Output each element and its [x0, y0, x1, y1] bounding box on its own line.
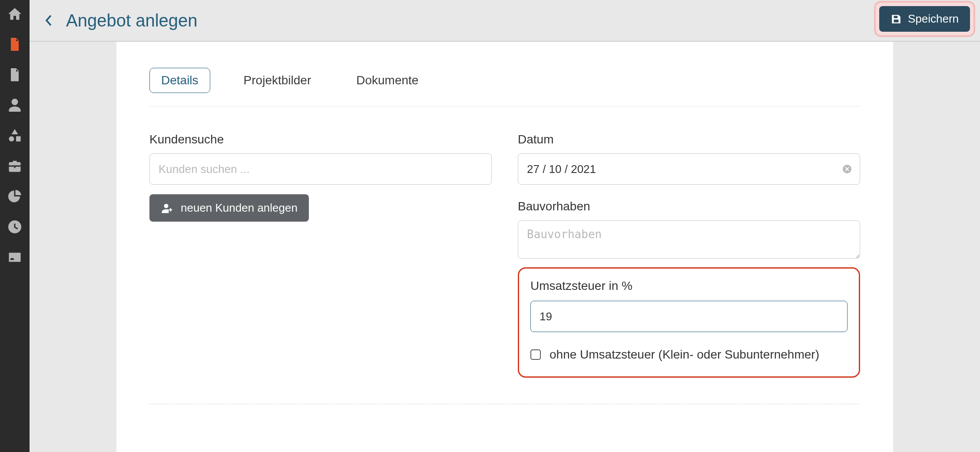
- nav-invoices[interactable]: [6, 66, 23, 83]
- document-icon: [7, 37, 23, 52]
- nav-offers[interactable]: [6, 36, 23, 53]
- toolbox-icon: [7, 158, 23, 174]
- tabs: Details Projektbilder Dokumente: [149, 68, 860, 106]
- page-title: Angebot anlegen: [66, 11, 198, 30]
- date-input[interactable]: [518, 153, 860, 185]
- nav-home[interactable]: [6, 5, 23, 23]
- form-card: Details Projektbilder Dokumente Kundensu…: [116, 42, 893, 452]
- date-label: Datum: [518, 133, 860, 146]
- nav-contacts[interactable]: [6, 249, 23, 266]
- tax-exempt-checkbox[interactable]: [530, 349, 541, 360]
- chart-pie-icon: [7, 189, 23, 204]
- project-label: Bauvorhaben: [518, 199, 860, 213]
- tax-input[interactable]: [530, 301, 848, 332]
- left-column: Kundensuche neuen Kunden anlegen: [149, 133, 492, 378]
- customer-search-label: Kundensuche: [149, 133, 492, 146]
- sidebar: [0, 0, 30, 452]
- chevron-left-icon: [44, 14, 53, 27]
- clear-icon: [842, 164, 852, 174]
- content-wrap: Details Projektbilder Dokumente Kundensu…: [30, 42, 980, 452]
- shapes-icon: [7, 128, 23, 143]
- form-grid: Kundensuche neuen Kunden anlegen Datum: [149, 133, 860, 378]
- home-icon: [7, 6, 23, 22]
- clock-icon: [7, 219, 23, 235]
- nav-customers[interactable]: [6, 96, 23, 114]
- tab-details[interactable]: Details: [149, 68, 210, 93]
- user-plus-icon: [161, 202, 174, 215]
- tax-checkbox-row: ohne Umsatzsteuer (Klein- oder Subuntern…: [530, 348, 848, 362]
- date-clear-button[interactable]: [842, 164, 852, 174]
- new-customer-button-label: neuen Kunden anlegen: [181, 201, 298, 215]
- tab-project-images[interactable]: Projektbilder: [232, 68, 323, 93]
- topbar: Angebot anlegen Speichern: [30, 0, 980, 42]
- tab-documents[interactable]: Dokumente: [344, 68, 430, 93]
- nav-items[interactable]: [6, 127, 23, 144]
- new-customer-button[interactable]: neuen Kunden anlegen: [149, 194, 309, 222]
- nav-reports[interactable]: [6, 188, 23, 205]
- user-icon: [7, 97, 23, 113]
- section-divider: [149, 404, 860, 404]
- date-input-wrap: [518, 153, 860, 185]
- tax-exempt-label: ohne Umsatzsteuer (Klein- oder Subuntern…: [550, 348, 819, 362]
- customer-search-group: Kundensuche: [149, 133, 492, 185]
- invoice-icon: [7, 67, 23, 83]
- save-button-label: Speichern: [908, 12, 959, 26]
- project-group: Bauvorhaben: [518, 199, 860, 259]
- nav-time[interactable]: [6, 218, 23, 236]
- contact-card-icon: [7, 249, 23, 265]
- tax-label: Umsatzsteuer in %: [530, 279, 848, 293]
- save-button[interactable]: Speichern: [879, 6, 970, 32]
- nav-tools[interactable]: [6, 157, 23, 175]
- save-highlight: Speichern: [874, 1, 975, 37]
- back-button[interactable]: [40, 12, 57, 29]
- customer-search-input[interactable]: [149, 153, 492, 185]
- project-input[interactable]: [518, 220, 860, 259]
- tax-highlight: Umsatzsteuer in % ohne Umsatzsteuer (Kle…: [518, 267, 860, 378]
- date-group: Datum: [518, 133, 860, 185]
- right-column: Datum Bauvorhaben Umsatzsteue: [518, 133, 860, 378]
- main-area: Angebot anlegen Speichern Details Projek…: [30, 0, 980, 452]
- save-icon: [891, 13, 902, 25]
